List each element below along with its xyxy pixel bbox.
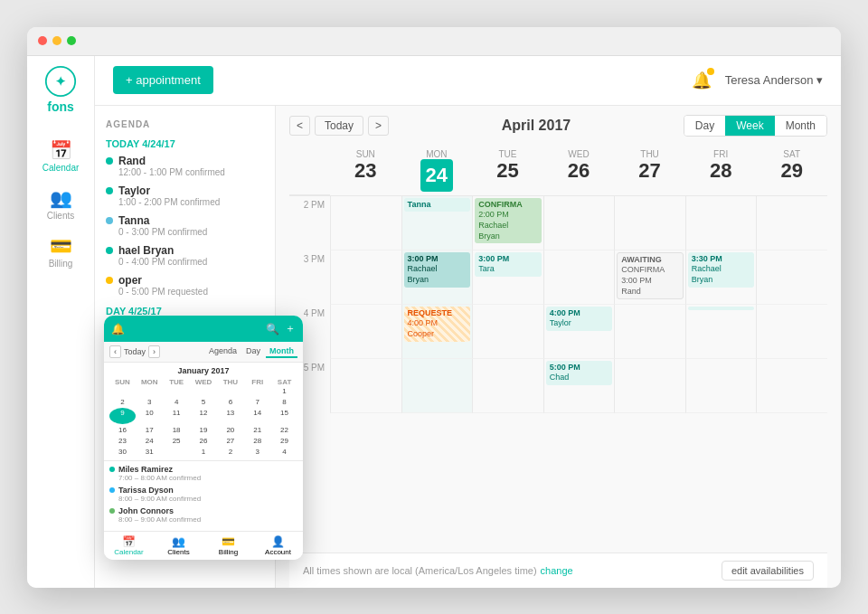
mini-cal-day[interactable]: 4: [271, 447, 297, 457]
mini-cal-day[interactable]: 30: [109, 447, 136, 457]
edit-availabilities-button[interactable]: edit availabilities: [722, 561, 814, 581]
cell-sat-3pm[interactable]: [756, 250, 827, 305]
mini-cal-day[interactable]: 6: [217, 397, 243, 407]
mini-cal-day[interactable]: 4: [164, 397, 190, 407]
event-fri-4pm[interactable]: [688, 307, 755, 310]
cell-sun-2pm[interactable]: [330, 196, 401, 250]
event-rachael-3pm[interactable]: 3:00 PM Rachael Bryan: [404, 252, 471, 288]
event-tanna[interactable]: Tanna: [404, 198, 471, 213]
user-name[interactable]: Teresa Anderson ▾: [725, 73, 823, 87]
minimize-dot[interactable]: [52, 36, 61, 45]
cell-mon-5pm[interactable]: [401, 359, 473, 413]
mini-cal-day[interactable]: 1: [271, 386, 297, 396]
mini-cal-day[interactable]: 17: [137, 425, 163, 435]
view-week-button[interactable]: Week: [725, 116, 774, 136]
cell-fri-2pm[interactable]: [685, 196, 757, 250]
event-chad-5pm[interactable]: 5:00 PM Chad: [546, 361, 613, 385]
bell-icon[interactable]: 🔔: [692, 71, 712, 90]
mini-cal-day[interactable]: 20: [217, 425, 243, 435]
mini-cal-day[interactable]: 28: [244, 436, 270, 446]
event-rachael-330pm[interactable]: 3:30 PM Rachael Bryan: [688, 252, 755, 288]
mini-cal-day[interactable]: 3: [137, 397, 163, 407]
mini-cal-day[interactable]: 7: [244, 397, 270, 407]
mobile-tab-account[interactable]: 👤 Account: [253, 532, 303, 560]
mini-cal-day[interactable]: 10: [137, 408, 163, 424]
cell-thu-3pm[interactable]: AWAITING CONFIRMA 3:00 PM Rand: [614, 250, 685, 305]
event-cooper-requested[interactable]: REQUESTE 4:00 PM Cooper: [404, 307, 471, 342]
mini-cal-day[interactable]: 25: [164, 436, 190, 446]
mini-cal-day[interactable]: 18: [164, 425, 190, 435]
cell-sun-3pm[interactable]: [330, 250, 401, 305]
sidebar-item-billing[interactable]: 💳 Billing: [27, 228, 94, 276]
cell-wed-3pm[interactable]: [543, 250, 615, 305]
mini-cal-day[interactable]: 15: [271, 408, 297, 424]
event-tara-3pm[interactable]: 3:00 PM Tara: [475, 252, 542, 277]
cell-tue-5pm[interactable]: [472, 359, 543, 413]
next-button[interactable]: >: [368, 116, 389, 136]
cell-sat-5pm[interactable]: [756, 359, 827, 413]
cell-wed-4pm[interactable]: 4:00 PM Taylor: [543, 305, 615, 359]
maximize-dot[interactable]: [67, 36, 76, 45]
cell-fri-4pm[interactable]: [685, 305, 757, 359]
mini-cal-day[interactable]: 24: [137, 436, 163, 446]
mobile-tab-day[interactable]: Day: [242, 345, 264, 358]
event-taylor-4pm[interactable]: 4:00 PM Taylor: [546, 307, 613, 331]
mini-cal-day[interactable]: 5: [191, 397, 217, 407]
cell-sun-5pm[interactable]: [330, 359, 401, 413]
mobile-today-label[interactable]: Today: [124, 347, 146, 356]
mini-cal-day[interactable]: 12: [191, 408, 217, 424]
cell-sat-4pm[interactable]: [756, 305, 827, 359]
cell-sat-2pm[interactable]: [756, 196, 827, 250]
today-button[interactable]: Today: [315, 116, 363, 136]
mobile-tab-month[interactable]: Month: [266, 345, 297, 358]
sidebar-item-calendar[interactable]: 📅 Calendar: [27, 132, 94, 180]
mobile-prev-button[interactable]: ‹: [109, 345, 121, 358]
close-dot[interactable]: [38, 36, 47, 45]
cell-mon-3pm[interactable]: 3:00 PM Rachael Bryan: [401, 250, 473, 305]
event-rachael-confirmed[interactable]: CONFIRMA 2:00 PM Rachael Bryan: [475, 198, 542, 244]
sidebar-item-clients[interactable]: 👥 Clients: [27, 180, 94, 228]
cell-sun-4pm[interactable]: [330, 305, 401, 359]
mini-cal-day[interactable]: 22: [271, 425, 297, 435]
cell-thu-2pm[interactable]: [614, 196, 685, 250]
mobile-search-icon[interactable]: 🔍: [266, 323, 279, 335]
cell-fri-3pm[interactable]: 3:30 PM Rachael Bryan: [685, 250, 757, 305]
cell-tue-2pm[interactable]: CONFIRMA 2:00 PM Rachael Bryan: [472, 196, 543, 250]
view-month-button[interactable]: Month: [775, 116, 826, 136]
mini-cal-day[interactable]: 11: [164, 408, 190, 424]
mini-cal-day[interactable]: 9: [109, 408, 136, 424]
view-day-button[interactable]: Day: [684, 116, 725, 136]
mobile-tab-agenda[interactable]: Agenda: [205, 345, 241, 358]
mini-cal-day[interactable]: 26: [191, 436, 217, 446]
mini-cal-day[interactable]: 31: [137, 447, 163, 457]
mobile-next-button[interactable]: ›: [148, 345, 160, 358]
mini-cal-day[interactable]: 2: [109, 397, 136, 407]
mobile-bell-icon[interactable]: 🔔: [111, 323, 125, 335]
mobile-tab-clients[interactable]: 👥 Clients: [154, 532, 203, 560]
add-appointment-button[interactable]: + appointment: [113, 66, 213, 94]
mobile-tab-billing[interactable]: 💳 Billing: [203, 532, 253, 560]
cell-tue-4pm[interactable]: [472, 305, 543, 359]
cell-wed-2pm[interactable]: [543, 196, 615, 250]
mini-cal-day[interactable]: 29: [271, 436, 297, 446]
cell-tue-3pm[interactable]: 3:00 PM Tara: [472, 250, 543, 305]
mini-cal-day[interactable]: 8: [271, 397, 297, 407]
mini-cal-day[interactable]: 27: [217, 436, 243, 446]
mini-cal-day[interactable]: 14: [244, 408, 270, 424]
mini-cal-day[interactable]: 1: [191, 447, 217, 457]
cell-fri-5pm[interactable]: [685, 359, 757, 413]
mini-cal-day[interactable]: 23: [109, 436, 136, 446]
mobile-add-icon[interactable]: ＋: [285, 321, 296, 336]
mini-cal-day[interactable]: 3: [244, 447, 270, 457]
mini-cal-day[interactable]: 2: [217, 447, 243, 457]
cell-mon-2pm[interactable]: Tanna: [401, 196, 473, 250]
change-link[interactable]: change: [541, 565, 573, 576]
prev-button[interactable]: <: [289, 116, 310, 136]
mini-cal-day[interactable]: 16: [109, 425, 136, 435]
event-rand-awaiting[interactable]: AWAITING CONFIRMA 3:00 PM Rand: [617, 252, 684, 300]
cell-wed-5pm[interactable]: 5:00 PM Chad: [543, 359, 615, 413]
cell-thu-4pm[interactable]: [614, 305, 685, 359]
cell-mon-4pm[interactable]: REQUESTE 4:00 PM Cooper: [401, 305, 473, 359]
cell-thu-5pm[interactable]: [614, 359, 685, 413]
mobile-tab-calendar[interactable]: 📅 Calendar: [104, 532, 154, 560]
